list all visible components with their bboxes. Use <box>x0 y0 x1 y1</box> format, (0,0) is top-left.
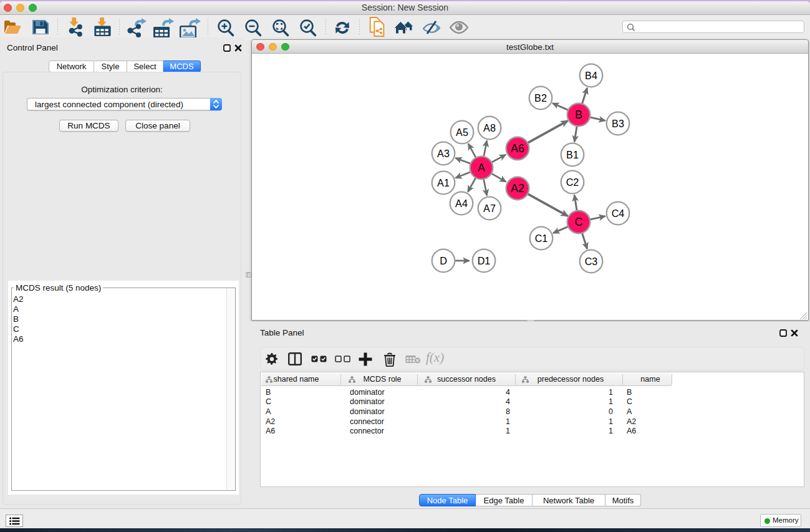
svg-text:A7: A7 <box>483 203 496 214</box>
svg-text:A1: A1 <box>437 177 450 188</box>
svg-text:A8: A8 <box>483 122 496 133</box>
svg-text:C1: C1 <box>535 233 548 244</box>
svg-text:B: B <box>575 109 582 121</box>
svg-text:A4: A4 <box>455 198 468 209</box>
svg-text:B4: B4 <box>585 70 597 81</box>
svg-text:A3: A3 <box>437 148 450 159</box>
svg-text:A: A <box>478 162 485 174</box>
svg-text:C3: C3 <box>585 256 598 267</box>
svg-text:C2: C2 <box>566 177 579 188</box>
svg-text:B1: B1 <box>566 149 579 160</box>
svg-text:C4: C4 <box>612 208 625 219</box>
svg-text:A2: A2 <box>511 182 524 195</box>
svg-text:D1: D1 <box>478 255 491 266</box>
svg-text:B3: B3 <box>612 118 624 129</box>
svg-text:B2: B2 <box>534 92 547 104</box>
svg-text:A5: A5 <box>456 127 468 138</box>
svg-text:A6: A6 <box>511 142 524 155</box>
svg-text:C: C <box>575 216 583 228</box>
svg-text:D: D <box>440 255 447 266</box>
